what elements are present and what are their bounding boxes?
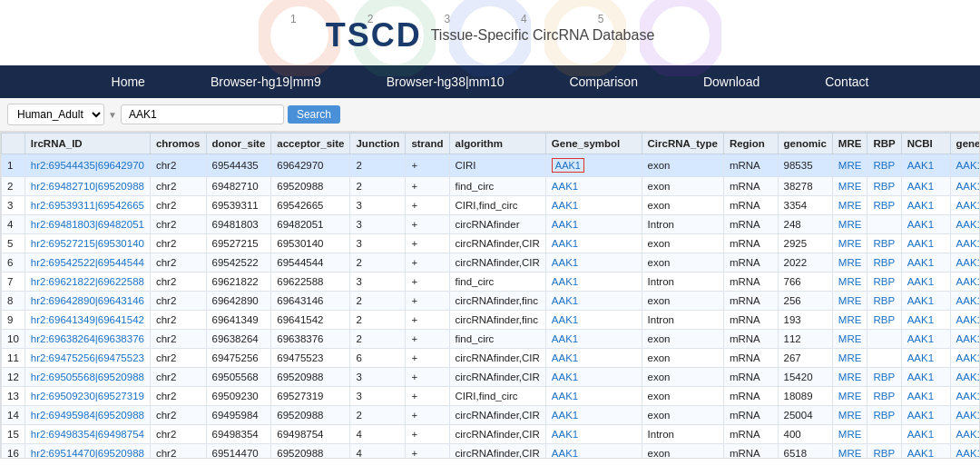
cell-gene[interactable]: AAK1 [545,196,642,215]
cell-rbp[interactable]: RBP [867,253,901,273]
table-row[interactable]: 1hr2:69544435|69642970chr269544435696429… [2,154,981,177]
cell-rbp[interactable]: RBP [867,292,901,311]
cell-ncbi[interactable]: AAK1 [901,311,950,330]
cell-id[interactable]: hr2:69481803|69482051 [24,215,150,234]
cell-ncbi[interactable]: AAK1 [901,368,950,387]
cell-ncbi[interactable]: AAK1 [901,273,950,292]
cell-mre[interactable]: MRE [832,177,867,196]
cell-id[interactable]: hr2:69642890|69643146 [24,292,150,311]
cell-genecards[interactable]: AAK1 [950,406,980,425]
species-select[interactable]: Human_Adult Human_Fetal Mouse_Adult Mous… [7,104,104,125]
cell-genecards[interactable]: AAK1 [950,292,980,311]
table-row[interactable]: 14hr2:69495984|69520988chr26949598469520… [2,406,981,425]
cell-genecards[interactable]: AAK1 [950,177,980,196]
cell-gene[interactable]: AAK1 [545,154,642,177]
cell-genecards[interactable]: AAK1 [950,154,980,177]
cell-id[interactable]: hr2:69514470|69520988 [24,444,150,460]
cell-gene[interactable]: AAK1 [545,387,642,406]
table-row[interactable]: 8hr2:69642890|69643146chr269642890696431… [2,292,981,311]
cell-genecards[interactable]: AAK1 [950,196,980,215]
nav-home[interactable]: Home [79,65,178,98]
cell-id[interactable]: hr2:69498354|69498754 [24,425,150,444]
cell-ncbi[interactable]: AAK1 [901,215,950,234]
table-row[interactable]: 3hr2:69539311|69542665chr269539311695426… [2,196,981,215]
cell-gene[interactable]: AAK1 [545,292,642,311]
cell-gene[interactable]: AAK1 [545,177,642,196]
cell-mre[interactable]: MRE [832,406,867,425]
cell-rbp[interactable]: RBP [867,368,901,387]
cell-mre[interactable]: MRE [832,311,867,330]
cell-mre[interactable]: MRE [832,273,867,292]
cell-gene[interactable]: AAK1 [545,273,642,292]
table-row[interactable]: 7hr2:69621822|69622588chr269621822696225… [2,273,981,292]
cell-gene[interactable]: AAK1 [545,215,642,234]
cell-id[interactable]: hr2:69495984|69520988 [24,406,150,425]
cell-id[interactable]: hr2:69475256|69475523 [24,349,150,368]
cell-id[interactable]: hr2:69638264|69638376 [24,330,150,349]
cell-genecards[interactable]: AAK1 [950,425,980,444]
table-row[interactable]: 11hr2:69475256|69475523chr26947525669475… [2,349,981,368]
cell-mre[interactable]: MRE [832,444,867,460]
cell-genecards[interactable]: AAK1 [950,368,980,387]
cell-rbp[interactable]: RBP [867,177,901,196]
table-row[interactable]: 10hr2:69638264|69638376chr26963826469638… [2,330,981,349]
cell-gene[interactable]: AAK1 [545,330,642,349]
cell-ncbi[interactable]: AAK1 [901,444,950,460]
cell-genecards[interactable]: AAK1 [950,215,980,234]
search-button[interactable]: Search [288,105,340,124]
table-row[interactable]: 2hr2:69482710|69520988chr269482710695209… [2,177,981,196]
cell-gene[interactable]: AAK1 [545,349,642,368]
table-row[interactable]: 6hr2:69542522|69544544chr269542522695445… [2,253,981,273]
cell-ncbi[interactable]: AAK1 [901,349,950,368]
cell-id[interactable]: hr2:69544435|69642970 [24,154,150,177]
table-row[interactable]: 16hr2:69514470|69520988chr26951447069520… [2,444,981,460]
cell-id[interactable]: hr2:69539311|69542665 [24,196,150,215]
cell-gene[interactable]: AAK1 [545,234,642,253]
cell-mre[interactable]: MRE [832,154,867,177]
cell-gene[interactable]: AAK1 [545,406,642,425]
nav-browser-hg38[interactable]: Browser-hg38|mm10 [354,65,537,98]
cell-id[interactable]: hr2:69527215|69530140 [24,234,150,253]
cell-rbp[interactable]: RBP [867,234,901,253]
cell-gene[interactable]: AAK1 [545,425,642,444]
cell-mre[interactable]: MRE [832,368,867,387]
nav-download[interactable]: Download [671,65,792,98]
cell-mre[interactable]: MRE [832,349,867,368]
cell-ncbi[interactable]: AAK1 [901,330,950,349]
cell-genecards[interactable]: AAK1 [950,330,980,349]
cell-genecards[interactable]: AAK1 [950,444,980,460]
nav-comparison[interactable]: Comparison [536,65,670,98]
cell-id[interactable]: hr2:69505568|69520988 [24,368,150,387]
cell-gene[interactable]: AAK1 [545,444,642,460]
search-input[interactable] [121,104,284,124]
nav-browser-hg19[interactable]: Browser-hg19|mm9 [178,65,354,98]
cell-genecards[interactable]: AAK1 [950,349,980,368]
cell-genecards[interactable]: AAK1 [950,311,980,330]
cell-rbp[interactable]: RBP [867,406,901,425]
cell-rbp[interactable]: RBP [867,273,901,292]
cell-mre[interactable]: MRE [832,234,867,253]
cell-mre[interactable]: MRE [832,292,867,311]
cell-ncbi[interactable]: AAK1 [901,387,950,406]
nav-contact[interactable]: Contact [792,65,901,98]
cell-ncbi[interactable]: AAK1 [901,406,950,425]
table-row[interactable]: 15hr2:69498354|69498754chr26949835469498… [2,425,981,444]
results-table-container[interactable]: lrcRNA_ID chromos donor_site acceptor_si… [0,132,980,459]
cell-ncbi[interactable]: AAK1 [901,425,950,444]
cell-id[interactable]: hr2:69641349|69641542 [24,311,150,330]
cell-mre[interactable]: MRE [832,387,867,406]
cell-mre[interactable]: MRE [832,215,867,234]
cell-rbp[interactable]: RBP [867,444,901,460]
cell-ncbi[interactable]: AAK1 [901,234,950,253]
cell-gene[interactable]: AAK1 [545,253,642,273]
cell-rbp[interactable]: RBP [867,196,901,215]
cell-ncbi[interactable]: AAK1 [901,196,950,215]
cell-mre[interactable]: MRE [832,196,867,215]
cell-genecards[interactable]: AAK1 [950,273,980,292]
cell-rbp[interactable]: RBP [867,387,901,406]
cell-mre[interactable]: MRE [832,330,867,349]
table-row[interactable]: 4hr2:69481803|69482051chr269481803694820… [2,215,981,234]
cell-ncbi[interactable]: AAK1 [901,253,950,273]
cell-mre[interactable]: MRE [832,253,867,273]
cell-gene[interactable]: AAK1 [545,368,642,387]
